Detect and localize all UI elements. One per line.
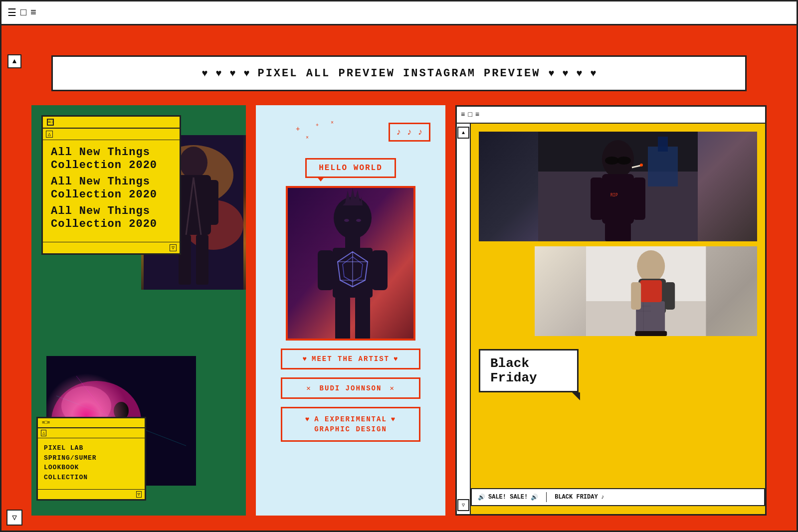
- columns-container: ≡□ △ All New Things Collection 2020 All …: [31, 105, 767, 516]
- right-scroll-down[interactable]: ▽: [457, 499, 469, 511]
- description-button[interactable]: ♥ A EXPERIMENTAL ♥ GRAPHIC DESIGN: [281, 407, 420, 442]
- left-column: ≡□ △ All New Things Collection 2020 All …: [31, 105, 246, 516]
- right-menu-icon[interactable]: ≡: [461, 111, 465, 119]
- music-note-2: ♪: [407, 127, 412, 137]
- collection-title-3: All New Things Collection 2020: [51, 205, 172, 231]
- scroll-up-arrow[interactable]: ▲: [7, 54, 21, 68]
- svg-rect-31: [335, 297, 350, 341]
- svg-rect-46: [602, 174, 634, 224]
- top-person-svg: RIP: [479, 132, 757, 241]
- right-scroll-up[interactable]: ▲: [457, 127, 469, 139]
- scrollbar-down-tiny[interactable]: ▽: [136, 491, 142, 498]
- bottom-bar: 🔊 SALE! SALE! 🔊 BLACK FRIDAY ♪: [471, 488, 765, 506]
- hello-world-button[interactable]: HELLO WORLD: [305, 158, 396, 178]
- right-content: RIP: [471, 124, 765, 514]
- svg-point-52: [617, 157, 631, 165]
- right-window-icon[interactable]: □: [468, 111, 472, 119]
- bar-divider: [546, 492, 547, 502]
- dot-4: ×: [331, 120, 334, 126]
- cross-right: ✕: [390, 384, 395, 392]
- svg-point-38: [344, 219, 349, 222]
- top-photo-inner: RIP: [479, 132, 757, 241]
- top-fashion-photo: RIP: [479, 132, 757, 241]
- menu-icon[interactable]: ☰: [7, 6, 16, 19]
- dot-3: +: [316, 123, 319, 128]
- svg-rect-32: [355, 297, 370, 341]
- main-window: ☰ □ ≡ ▲ ▽ ♥ ♥ ♥ ♥ PIXEL ALL PREVIEW INST…: [0, 0, 798, 532]
- heart-desc-left: ♥: [305, 415, 310, 423]
- collection-title-1: All New Things Collection 2020: [51, 146, 172, 173]
- svg-rect-63: [650, 301, 665, 336]
- decorative-area: + × + × ♪ ♪ ♪: [266, 120, 435, 150]
- svg-rect-8: [196, 235, 208, 285]
- svg-rect-68: [649, 331, 667, 336]
- middle-content: + × + × ♪ ♪ ♪ HELLO WORLD: [256, 105, 445, 516]
- window-icon[interactable]: □: [20, 7, 26, 18]
- scrollbar-down-small[interactable]: ▽: [170, 244, 177, 251]
- collection-title-2: All New Things Collection 2020: [51, 176, 172, 202]
- sale-item: 🔊 SALE! SALE! 🔊: [478, 494, 538, 501]
- pixel-lab-text: PIXEL LABSPRING/SUMERLOOKBOOKCOLLECTION: [38, 438, 145, 489]
- right-column: ≡ □ ≡ ▲ ▽: [455, 105, 767, 516]
- svg-rect-48: [633, 177, 645, 220]
- bottom-photo-container: [479, 246, 757, 336]
- header-banner: ♥ ♥ ♥ ♥ PIXEL ALL PREVIEW INSTAGRAM PREV…: [51, 55, 747, 91]
- speaker-icon: 🔊: [478, 494, 485, 501]
- win-menu-icon[interactable]: ≡□: [47, 119, 54, 126]
- meet-artist-button[interactable]: ♥ MEET THE ARTIST ♥: [281, 349, 420, 369]
- svg-point-51: [605, 157, 619, 165]
- heart-desc-right: ♥: [391, 415, 396, 423]
- scrollbar-up-small[interactable]: △: [46, 131, 53, 138]
- svg-rect-50: [617, 223, 631, 241]
- svg-rect-4: [176, 175, 211, 235]
- svg-rect-30: [372, 250, 388, 290]
- heart-icon-6: ♥: [563, 68, 569, 79]
- dot-2: ×: [306, 135, 309, 141]
- banner-title: PIXEL ALL PREVIEW INSTAGRAM PREVIEW: [257, 67, 540, 80]
- heart-icon-3: ♥: [229, 68, 235, 79]
- scrollbar-up-tiny[interactable]: △: [41, 430, 46, 436]
- heart-icon-4: ♥: [243, 68, 249, 79]
- heart-right: ♥: [394, 355, 399, 363]
- svg-rect-70: [631, 282, 641, 310]
- grid-icon[interactable]: ≡: [30, 7, 36, 18]
- svg-rect-47: [591, 177, 603, 220]
- collection-window-titlebar: ≡□: [43, 117, 180, 129]
- svg-rect-69: [640, 280, 662, 302]
- heart-left: ♥: [303, 355, 308, 363]
- music-note-3: ♪: [417, 127, 423, 137]
- right-scrollbar: ▲ ▽: [457, 124, 471, 514]
- right-photos: RIP: [479, 132, 757, 336]
- svg-text:RIP: RIP: [610, 193, 618, 197]
- right-grid-icon[interactable]: ≡: [475, 111, 479, 119]
- svg-point-3: [180, 147, 207, 178]
- collection-content: All New Things Collection 2020 All New T…: [43, 140, 180, 242]
- svg-point-39: [356, 219, 361, 222]
- black-friday-container: Black Friday: [479, 344, 579, 392]
- black-friday-item: BLACK FRIDAY ♪: [555, 494, 604, 501]
- heart-icon-8: ♥: [591, 68, 597, 79]
- right-titlebar: ≡ □ ≡: [457, 107, 765, 124]
- artist-figure-svg: [288, 188, 415, 341]
- artist-photo: [286, 186, 415, 341]
- middle-column: + × + × ♪ ♪ ♪ HELLO WORLD: [256, 105, 445, 516]
- svg-rect-44: [658, 137, 668, 152]
- cross-left: ✕: [306, 384, 311, 392]
- svg-rect-49: [605, 223, 619, 241]
- bottom-person-svg: [535, 246, 757, 336]
- bottom-fashion-photo: [535, 246, 757, 336]
- dot-1: +: [296, 125, 300, 133]
- heart-icon-5: ♥: [549, 68, 555, 79]
- collection-window: ≡□ △ All New Things Collection 2020 All …: [41, 115, 181, 255]
- black-friday-box: Black Friday: [479, 349, 579, 392]
- pixel-lab-titlebar: ≡□≡: [38, 418, 145, 428]
- svg-rect-6: [206, 180, 218, 225]
- svg-point-55: [640, 164, 643, 167]
- artist-name-button[interactable]: ✕ BUDI JOHNSON ✕: [281, 377, 420, 399]
- svg-rect-71: [665, 282, 675, 310]
- bottom-scroll-arrow[interactable]: ▽: [6, 510, 22, 526]
- music-icon: ♪: [601, 494, 604, 501]
- heart-icon-2: ♥: [215, 68, 221, 79]
- left-scrollbar: ▲ ▽: [6, 49, 22, 531]
- svg-point-60: [637, 250, 665, 282]
